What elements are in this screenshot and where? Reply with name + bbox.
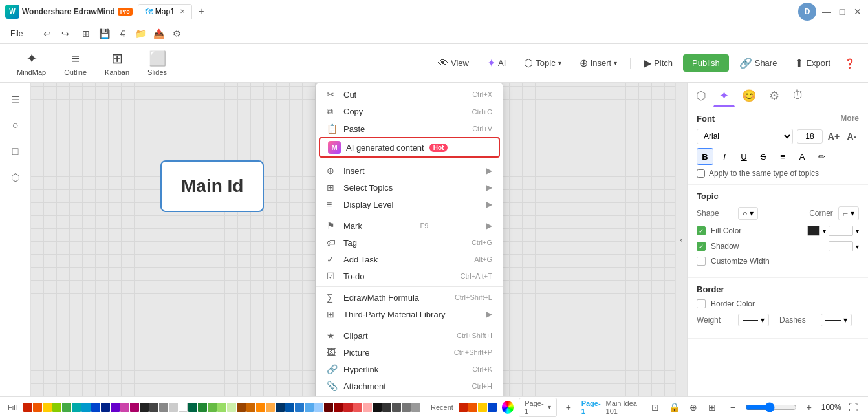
swatch-red[interactable]	[23, 403, 32, 412]
ctx-insert[interactable]: ⊕ Insert ▶	[316, 162, 503, 179]
fill-color-arrow[interactable]: ▾	[823, 228, 826, 235]
font-size-input[interactable]	[797, 129, 823, 144]
fill-color-box[interactable]	[807, 226, 820, 236]
toolbar-mindmap[interactable]: ✦ MindMap	[10, 48, 52, 79]
map-tab[interactable]: 🗺 Map1 ✕	[138, 4, 192, 19]
help-btn[interactable]: ❓	[841, 55, 858, 72]
toolbar-kanban[interactable]: ⊞ Kanban	[98, 48, 136, 79]
print-btn[interactable]: 🖨	[114, 25, 131, 42]
swatch-b5[interactable]	[314, 403, 323, 412]
recent-swatch-2[interactable]	[468, 403, 477, 412]
ctx-mark[interactable]: ⚑ Mark F9 ▶	[316, 217, 503, 234]
page-1-tab[interactable]: Page-1 ▾	[519, 398, 557, 417]
swatch-r2[interactable]	[334, 403, 343, 412]
ctx-paste[interactable]: 📋 Paste Ctrl+V	[316, 120, 503, 137]
ctx-add-task[interactable]: ✓ Add Task Alt+G	[316, 251, 503, 268]
pitch-btn[interactable]: ▶ Pitch	[636, 53, 680, 73]
sidebar-icon-1[interactable]: ☰	[4, 88, 27, 111]
swatch-g5[interactable]	[227, 403, 236, 412]
swatch-r4[interactable]	[353, 403, 362, 412]
minimize-btn[interactable]: —	[821, 6, 832, 17]
tab-close-btn[interactable]: ✕	[180, 8, 185, 15]
ctx-hyperlink[interactable]: 🔗 Hyperlink Ctrl+K	[316, 361, 503, 378]
ctx-note[interactable]: 📝 Note Ctrl+T	[316, 394, 503, 396]
rainbow-color-btn[interactable]	[502, 401, 514, 414]
close-btn[interactable]: ✕	[852, 6, 863, 17]
swatch-g4[interactable]	[217, 403, 226, 412]
share-btn[interactable]: 🔗 Share	[732, 53, 785, 73]
canvas-area[interactable]: Main Id ✂ Cut Ctrl+X ⧉ Copy Ctrl+C 📋 Pas…	[31, 83, 675, 396]
zoom-slider[interactable]	[745, 402, 797, 412]
swatch-g1[interactable]	[188, 403, 197, 412]
zoom-out-btn[interactable]: −	[724, 399, 741, 416]
italic-btn[interactable]: I	[716, 148, 733, 165]
export-file-btn[interactable]: 📁	[132, 25, 149, 42]
add-tab-btn[interactable]: +	[193, 4, 209, 19]
weight-select[interactable]: —— ▾	[738, 314, 769, 326]
ctx-select-topics[interactable]: ⊞ Select Topics ▶	[316, 179, 503, 196]
expand-btn[interactable]: ⊞	[705, 399, 719, 416]
swatch-orange[interactable]	[33, 403, 42, 412]
swatch-dk1[interactable]	[373, 403, 382, 412]
recent-swatch-4[interactable]	[488, 403, 497, 412]
swatch-dk2[interactable]	[382, 403, 391, 412]
font-color-btn[interactable]: A	[794, 148, 810, 165]
swatch-dk3[interactable]	[392, 403, 401, 412]
lock-view-btn[interactable]: 🔒	[667, 399, 681, 416]
share-icon-btn[interactable]: 📤	[150, 25, 167, 42]
swatch-lime[interactable]	[52, 403, 61, 412]
panel-tab-topic-style[interactable]: ⬡	[690, 85, 712, 107]
customize-width-checkbox[interactable]	[697, 257, 706, 266]
shadow-color-arrow[interactable]: ▾	[856, 243, 859, 250]
ctx-tag[interactable]: 🏷 Tag Ctrl+G	[316, 234, 503, 251]
swatch-cyan[interactable]	[81, 403, 91, 412]
swatch-g3[interactable]	[208, 403, 217, 412]
grid-btn[interactable]: ⊞	[78, 25, 94, 42]
recent-swatch-3[interactable]	[478, 403, 487, 412]
swatch-yellow[interactable]	[43, 403, 52, 412]
border-color-checkbox[interactable]	[697, 299, 706, 308]
ai-btn[interactable]: ✦ AI	[479, 53, 514, 73]
ctx-clipart[interactable]: ★ Clipart Ctrl+Shift+I	[316, 327, 503, 344]
align-btn[interactable]: ≡	[774, 148, 791, 165]
swatch-blue[interactable]	[91, 403, 100, 412]
panel-tab-ai[interactable]: ✦	[713, 85, 735, 107]
topic-btn[interactable]: ⬡ Topic ▾	[516, 53, 569, 73]
insert-btn[interactable]: ⊕ Insert ▾	[572, 53, 625, 73]
strikethrough-btn[interactable]: S	[755, 148, 772, 165]
toolbar-slides[interactable]: ⬜ Slides	[141, 48, 173, 79]
shadow-color-box[interactable]	[829, 241, 853, 251]
shadow-checkbox[interactable]: ✓	[697, 242, 706, 251]
export-btn[interactable]: ⬆ Export	[787, 53, 838, 73]
ctx-todo[interactable]: ☑ To-do Ctrl+Alt+T	[316, 268, 503, 284]
user-avatar[interactable]: D	[798, 3, 816, 21]
sidebar-icon-2[interactable]: ○	[4, 114, 27, 137]
publish-btn[interactable]: Publish	[683, 54, 729, 72]
swatch-white[interactable]	[179, 403, 188, 412]
ctx-edrawmath[interactable]: ∑ EdrawMath Formula Ctrl+Shift+L	[316, 289, 503, 306]
redo-btn[interactable]: ↪	[57, 25, 74, 42]
undo-btn[interactable]: ↩	[39, 25, 56, 42]
swatch-b3[interactable]	[295, 403, 304, 412]
swatch-teal[interactable]	[72, 403, 81, 412]
swatch-purple[interactable]	[111, 403, 120, 412]
swatch-dk5[interactable]	[411, 403, 420, 412]
sidebar-icon-4[interactable]: ⬡	[4, 166, 27, 189]
swatch-r5[interactable]	[363, 403, 372, 412]
swatch-dk4[interactable]	[402, 403, 411, 412]
swatch-dark1[interactable]	[140, 403, 149, 412]
panel-tab-timer[interactable]: ⏱	[787, 85, 810, 107]
shape-select[interactable]: ○ ▾	[738, 207, 758, 220]
swatch-r3[interactable]	[343, 403, 353, 412]
swatch-b2[interactable]	[285, 403, 294, 412]
bold-btn[interactable]: B	[697, 148, 713, 165]
ctx-third-party[interactable]: ⊞ Third-Party Material Library ▶	[316, 306, 503, 323]
swatch-o2[interactable]	[246, 403, 255, 412]
panel-tab-emoji[interactable]: 😊	[736, 85, 762, 107]
font-family-select[interactable]: Arial	[697, 129, 793, 144]
swatch-magenta[interactable]	[130, 403, 139, 412]
main-idea-node[interactable]: Main Id	[160, 160, 264, 212]
ctx-display-level[interactable]: ≡ Display Level ▶	[316, 196, 503, 213]
fill-color-arrow2[interactable]: ▾	[856, 228, 859, 235]
recent-swatch-1[interactable]	[459, 403, 468, 412]
